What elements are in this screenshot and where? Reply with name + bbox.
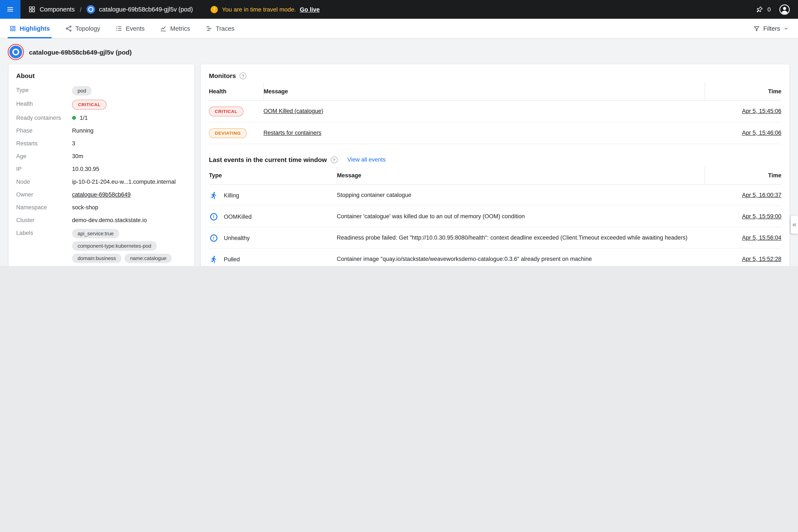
monitor-health-badge: CRITICAL (209, 107, 243, 116)
breadcrumb-entity-label: catalogue-69b58cb649-gjl5v (pod) (99, 6, 193, 13)
go-live-link[interactable]: Go live (300, 6, 320, 13)
health-badge: CRITICAL (72, 100, 107, 110)
tab-metrics[interactable]: Metrics (160, 19, 190, 38)
app-root: Components / catalogue-69b58cb649-gjl5v … (0, 0, 798, 266)
owner-link[interactable]: catalogue-69b58cb649 (72, 191, 131, 198)
events-rows: Killing Stopping container catalogue Apr… (209, 184, 781, 266)
monitor-time-link[interactable]: Apr 5, 15:45:06 (742, 108, 781, 114)
monitors-table-header: Health Message Time (209, 83, 781, 100)
event-time-link[interactable]: Apr 5, 15:59:00 (742, 213, 781, 220)
double-chevron-left-icon (792, 222, 797, 227)
menu-button[interactable] (0, 0, 20, 19)
monitor-message-link[interactable]: OOM Killed (catalogue) (263, 108, 323, 114)
label-pill: domain:business (72, 254, 121, 263)
topbar-actions: 0 (755, 4, 798, 15)
label-pill: name:catalogue (125, 254, 172, 263)
event-type-icon (209, 212, 218, 221)
tab-topology[interactable]: Topology (65, 19, 100, 38)
info-icon (210, 234, 217, 242)
field-type: Type pod (16, 86, 187, 95)
filters-button[interactable]: Filters (753, 25, 788, 32)
about-title: About (16, 72, 187, 79)
field-phase: Phase Running (16, 127, 187, 135)
monitor-row: CRITICAL OOM Killed (catalogue) Apr 5, 1… (209, 100, 781, 122)
monitors-table: Health Message Time CRITICAL OOM Killed … (209, 83, 781, 144)
pod-icon (87, 5, 95, 14)
tab-label: Topology (75, 25, 100, 32)
view-all-events-link[interactable]: View all events (347, 156, 385, 163)
label-pill: component-type:kubernetes-pod (72, 241, 157, 251)
topbar: Components / catalogue-69b58cb649-gjl5v … (0, 0, 798, 19)
field-cluster: Cluster demo-dev.demo.stackstate.io (16, 216, 187, 225)
entity-icon (10, 45, 22, 58)
time-travel-warning: You are in time travel mode. Go live (211, 6, 320, 13)
pin-icon (755, 5, 763, 14)
components-icon (28, 5, 36, 13)
about-card: About Type pod Health CRITICAL Ready con… (8, 64, 194, 266)
event-time-link[interactable]: Apr 5, 16:00:37 (742, 192, 781, 198)
tab-highlights[interactable]: Highlights (10, 19, 50, 38)
type-badge: pod (72, 86, 92, 95)
event-type-icon (209, 191, 218, 200)
event-row: Unhealthy Readiness probe failed: Get "h… (209, 227, 781, 248)
warning-icon (211, 6, 218, 13)
filters-label: Filters (763, 25, 780, 32)
user-icon (779, 4, 790, 15)
ready-status-dot (72, 116, 76, 120)
breadcrumb-components[interactable]: Components (28, 5, 75, 13)
monitor-time-link[interactable]: Apr 5, 15:46:06 (742, 130, 781, 136)
main-content: About Type pod Health CRITICAL Ready con… (0, 64, 798, 266)
event-message: Readiness probe failed: Get "http://10.0… (337, 227, 705, 248)
events-table: Type Message Time (209, 167, 781, 266)
metrics-icon (160, 25, 167, 32)
avatar[interactable] (779, 4, 790, 15)
event-message: Container image "quay.io/stackstate/weav… (337, 248, 705, 266)
tab-traces[interactable]: Traces (206, 19, 234, 38)
run-icon (210, 191, 217, 199)
tab-events[interactable]: Events (115, 19, 145, 38)
tab-label: Traces (216, 25, 234, 32)
pin-button[interactable] (755, 5, 763, 14)
monitors-rows: CRITICAL OOM Killed (catalogue) Apr 5, 1… (209, 100, 781, 144)
events-table-header: Type Message Time (209, 167, 781, 184)
event-row: Killing Stopping container catalogue Apr… (209, 184, 781, 206)
events-header: Last events in the current time window V… (209, 156, 781, 163)
field-node: Node ip-10-0-21-204.eu-w...1.compute.int… (16, 178, 187, 186)
tab-label: Metrics (170, 25, 190, 32)
details-card-inner: Monitors Health Message Time (201, 64, 790, 266)
breadcrumb-separator: / (80, 6, 81, 13)
events-icon (115, 25, 122, 32)
traces-icon (206, 25, 212, 32)
filter-icon (753, 25, 760, 32)
label-pill: api_service:true (72, 229, 119, 238)
page-title: catalogue-69b58cb649-gjl5v (pod) (29, 49, 132, 56)
warning-text: You are in time travel mode. (222, 6, 296, 13)
breadcrumb: Components / catalogue-69b58cb649-gjl5v … (28, 5, 193, 14)
field-owner: Owner catalogue-69b58cb649 (16, 191, 187, 199)
tabbar: Highlights Topology Events Metrics Trace… (0, 19, 798, 38)
field-ip: IP 10.0.30.95 (16, 165, 187, 173)
event-row: Pulled Container image "quay.io/stacksta… (209, 248, 781, 266)
event-type-icon (209, 254, 218, 264)
topology-icon (65, 25, 72, 32)
monitors-header: Monitors (209, 72, 781, 79)
event-time-link[interactable]: Apr 5, 15:52:28 (742, 256, 781, 262)
events-title: Last events in the current time window (209, 156, 327, 163)
chevron-down-icon (783, 26, 788, 31)
monitor-message-link[interactable]: Restarts for containers (263, 130, 321, 136)
help-icon[interactable] (330, 156, 337, 163)
help-icon[interactable] (240, 72, 247, 79)
monitor-health-badge: DEVIATING (209, 128, 247, 138)
right-panel-collapse[interactable] (791, 216, 798, 234)
field-labels: Labels api_service:truecomponent-type:ku… (16, 229, 187, 266)
event-message: Stopping container catalogue (337, 184, 705, 206)
field-namespace: Namespace sock-shop (16, 203, 187, 212)
event-time-link[interactable]: Apr 5, 15:56:04 (742, 234, 781, 241)
field-health: Health CRITICAL (16, 100, 187, 110)
breadcrumb-entity[interactable]: catalogue-69b58cb649-gjl5v (pod) (87, 5, 193, 14)
highlights-icon (10, 25, 16, 32)
event-type-label: Pulled (224, 255, 240, 264)
event-type-label: Unhealthy (224, 233, 250, 242)
event-row: OOMKilled Container 'catalogue' was kill… (209, 206, 781, 227)
monitor-row: DEVIATING Restarts for containers Apr 5,… (209, 122, 781, 144)
